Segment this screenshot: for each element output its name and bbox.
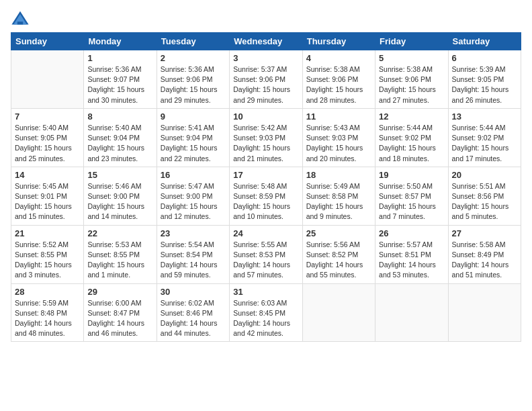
day-info: Sunrise: 5:55 AM Sunset: 8:53 PM Dayligh… — [233, 240, 298, 281]
calendar-cell: 23Sunrise: 5:54 AM Sunset: 8:54 PM Dayli… — [157, 225, 229, 283]
day-number: 13 — [452, 111, 517, 122]
calendar-cell: 8Sunrise: 5:40 AM Sunset: 9:04 PM Daylig… — [84, 108, 157, 167]
calendar-col-header: Tuesday — [157, 33, 229, 50]
calendar-cell: 1Sunrise: 5:36 AM Sunset: 9:07 PM Daylig… — [84, 50, 157, 109]
day-info: Sunrise: 5:40 AM Sunset: 9:05 PM Dayligh… — [15, 123, 80, 164]
calendar-cell: 16Sunrise: 5:47 AM Sunset: 9:00 PM Dayli… — [157, 167, 229, 225]
day-info: Sunrise: 5:40 AM Sunset: 9:04 PM Dayligh… — [87, 123, 152, 164]
calendar-cell: 3Sunrise: 5:37 AM Sunset: 9:06 PM Daylig… — [230, 50, 302, 109]
day-number: 17 — [233, 170, 298, 180]
calendar-cell: 9Sunrise: 5:41 AM Sunset: 9:04 PM Daylig… — [157, 108, 229, 167]
calendar-cell: 28Sunrise: 5:59 AM Sunset: 8:48 PM Dayli… — [11, 283, 84, 342]
day-number: 20 — [452, 170, 517, 180]
day-number: 3 — [233, 53, 298, 63]
day-number: 25 — [306, 228, 371, 238]
day-info: Sunrise: 5:57 AM Sunset: 8:51 PM Dayligh… — [379, 240, 444, 281]
day-info: Sunrise: 5:48 AM Sunset: 8:59 PM Dayligh… — [233, 181, 298, 222]
day-info: Sunrise: 6:03 AM Sunset: 8:45 PM Dayligh… — [233, 298, 298, 339]
calendar-week-row: 7Sunrise: 5:40 AM Sunset: 9:05 PM Daylig… — [11, 108, 521, 167]
day-number: 14 — [15, 170, 80, 180]
day-info: Sunrise: 5:56 AM Sunset: 8:52 PM Dayligh… — [306, 240, 371, 281]
day-number: 7 — [15, 111, 80, 122]
day-number: 4 — [306, 53, 371, 63]
day-number: 16 — [161, 170, 226, 180]
day-info: Sunrise: 5:43 AM Sunset: 9:03 PM Dayligh… — [306, 123, 371, 164]
calendar-col-header: Saturday — [448, 33, 521, 50]
day-number: 30 — [161, 287, 226, 297]
day-info: Sunrise: 5:44 AM Sunset: 9:02 PM Dayligh… — [452, 123, 517, 164]
day-number: 18 — [306, 170, 371, 180]
calendar-header-row: SundayMondayTuesdayWednesdayThursdayFrid… — [11, 33, 521, 50]
calendar-col-header: Friday — [375, 33, 448, 50]
day-number: 1 — [87, 53, 152, 63]
calendar-cell — [302, 283, 375, 342]
calendar-table: SundayMondayTuesdayWednesdayThursdayFrid… — [11, 32, 521, 342]
calendar-cell: 29Sunrise: 6:00 AM Sunset: 8:47 PM Dayli… — [84, 283, 157, 342]
calendar-cell: 30Sunrise: 6:02 AM Sunset: 8:46 PM Dayli… — [157, 283, 229, 342]
day-number: 10 — [233, 111, 298, 122]
calendar-cell: 14Sunrise: 5:45 AM Sunset: 9:01 PM Dayli… — [11, 167, 84, 225]
day-info: Sunrise: 5:38 AM Sunset: 9:06 PM Dayligh… — [306, 64, 371, 105]
day-info: Sunrise: 5:51 AM Sunset: 8:56 PM Dayligh… — [452, 181, 517, 222]
calendar-week-row: 14Sunrise: 5:45 AM Sunset: 9:01 PM Dayli… — [11, 167, 521, 225]
day-number: 2 — [161, 53, 226, 63]
day-info: Sunrise: 6:00 AM Sunset: 8:47 PM Dayligh… — [87, 298, 152, 339]
calendar-cell: 11Sunrise: 5:43 AM Sunset: 9:03 PM Dayli… — [302, 108, 375, 167]
day-info: Sunrise: 5:36 AM Sunset: 9:07 PM Dayligh… — [87, 64, 152, 105]
calendar-cell: 10Sunrise: 5:42 AM Sunset: 9:03 PM Dayli… — [230, 108, 302, 167]
calendar-col-header: Wednesday — [230, 33, 302, 50]
day-number: 27 — [452, 228, 517, 238]
day-info: Sunrise: 5:59 AM Sunset: 8:48 PM Dayligh… — [15, 298, 80, 339]
calendar-cell: 12Sunrise: 5:44 AM Sunset: 9:02 PM Dayli… — [375, 108, 448, 167]
svg-rect-2 — [17, 21, 23, 24]
day-info: Sunrise: 5:42 AM Sunset: 9:03 PM Dayligh… — [233, 123, 298, 164]
calendar-cell — [375, 283, 448, 342]
day-info: Sunrise: 5:50 AM Sunset: 8:57 PM Dayligh… — [379, 181, 444, 222]
calendar-cell: 18Sunrise: 5:49 AM Sunset: 8:58 PM Dayli… — [302, 167, 375, 225]
page-header — [11, 7, 521, 28]
calendar-cell: 26Sunrise: 5:57 AM Sunset: 8:51 PM Dayli… — [375, 225, 448, 283]
day-info: Sunrise: 5:54 AM Sunset: 8:54 PM Dayligh… — [161, 240, 226, 281]
day-number: 9 — [161, 111, 226, 122]
day-info: Sunrise: 5:45 AM Sunset: 9:01 PM Dayligh… — [15, 181, 80, 222]
calendar-cell: 27Sunrise: 5:58 AM Sunset: 8:49 PM Dayli… — [448, 225, 521, 283]
calendar-cell — [11, 50, 84, 109]
day-number: 12 — [379, 111, 444, 122]
day-number: 23 — [161, 228, 226, 238]
calendar-cell: 13Sunrise: 5:44 AM Sunset: 9:02 PM Dayli… — [448, 108, 521, 167]
calendar-cell: 22Sunrise: 5:53 AM Sunset: 8:55 PM Dayli… — [84, 225, 157, 283]
day-number: 5 — [379, 53, 444, 63]
day-number: 19 — [379, 170, 444, 180]
day-info: Sunrise: 5:44 AM Sunset: 9:02 PM Dayligh… — [379, 123, 444, 164]
calendar-cell: 19Sunrise: 5:50 AM Sunset: 8:57 PM Dayli… — [375, 167, 448, 225]
day-number: 15 — [87, 170, 152, 180]
calendar-cell: 7Sunrise: 5:40 AM Sunset: 9:05 PM Daylig… — [11, 108, 84, 167]
calendar-cell: 15Sunrise: 5:46 AM Sunset: 9:00 PM Dayli… — [84, 167, 157, 225]
day-info: Sunrise: 5:39 AM Sunset: 9:05 PM Dayligh… — [452, 64, 517, 105]
day-info: Sunrise: 5:49 AM Sunset: 8:58 PM Dayligh… — [306, 181, 371, 222]
day-number: 22 — [87, 228, 152, 238]
day-number: 6 — [452, 53, 517, 63]
calendar-week-row: 28Sunrise: 5:59 AM Sunset: 8:48 PM Dayli… — [11, 283, 521, 342]
calendar-week-row: 21Sunrise: 5:52 AM Sunset: 8:55 PM Dayli… — [11, 225, 521, 283]
day-info: Sunrise: 5:38 AM Sunset: 9:06 PM Dayligh… — [379, 64, 444, 105]
day-info: Sunrise: 5:41 AM Sunset: 9:04 PM Dayligh… — [161, 123, 226, 164]
calendar-cell: 20Sunrise: 5:51 AM Sunset: 8:56 PM Dayli… — [448, 167, 521, 225]
calendar-cell: 2Sunrise: 5:36 AM Sunset: 9:06 PM Daylig… — [157, 50, 229, 109]
calendar-cell: 4Sunrise: 5:38 AM Sunset: 9:06 PM Daylig… — [302, 50, 375, 109]
day-info: Sunrise: 5:47 AM Sunset: 9:00 PM Dayligh… — [161, 181, 226, 222]
calendar-cell: 5Sunrise: 5:38 AM Sunset: 9:06 PM Daylig… — [375, 50, 448, 109]
day-number: 21 — [15, 228, 80, 238]
calendar-col-header: Thursday — [302, 33, 375, 50]
logo — [11, 9, 32, 28]
calendar-cell: 31Sunrise: 6:03 AM Sunset: 8:45 PM Dayli… — [230, 283, 302, 342]
calendar-cell: 25Sunrise: 5:56 AM Sunset: 8:52 PM Dayli… — [302, 225, 375, 283]
logo-icon — [11, 9, 30, 28]
calendar-cell: 24Sunrise: 5:55 AM Sunset: 8:53 PM Dayli… — [230, 225, 302, 283]
day-info: Sunrise: 6:02 AM Sunset: 8:46 PM Dayligh… — [161, 298, 226, 339]
day-info: Sunrise: 5:46 AM Sunset: 9:00 PM Dayligh… — [87, 181, 152, 222]
day-number: 28 — [15, 287, 80, 297]
calendar-cell: 17Sunrise: 5:48 AM Sunset: 8:59 PM Dayli… — [230, 167, 302, 225]
calendar-col-header: Monday — [84, 33, 157, 50]
day-info: Sunrise: 5:52 AM Sunset: 8:55 PM Dayligh… — [15, 240, 80, 281]
